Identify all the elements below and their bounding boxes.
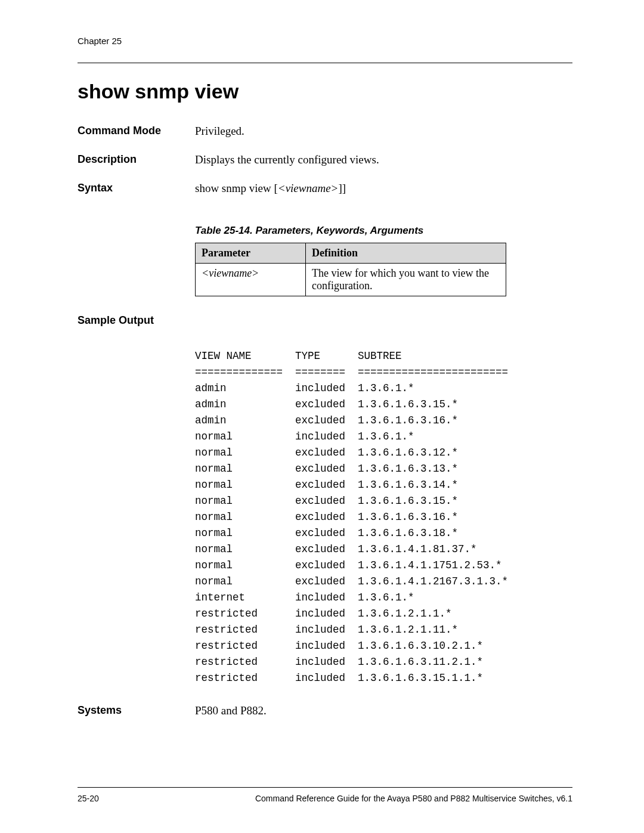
value-command-mode: Privileged.	[195, 125, 572, 138]
footer-rule	[78, 787, 572, 788]
value-description: Displays the currently configured views.	[195, 153, 572, 166]
cell-definition: The view for which you want to view the …	[306, 264, 506, 296]
label-description: Description	[78, 153, 195, 166]
label-systems: Systems	[78, 704, 195, 717]
page-footer: 25-20 Command Reference Guide for the Av…	[78, 787, 572, 803]
sample-output-block: VIEW NAME TYPE SUBTREE ============== ==…	[195, 348, 572, 686]
parameters-table: Parameter Definition <viewname> The view…	[195, 243, 506, 296]
row-syntax: Syntax show snmp view [<viewname>]]	[78, 182, 572, 195]
syntax-prefix: show snmp view [	[195, 182, 278, 194]
chapter-label: Chapter 25	[78, 36, 572, 46]
table-caption: Table 25-14. Parameters, Keywords, Argum…	[195, 225, 572, 237]
syntax-suffix: ]]	[338, 182, 346, 194]
footer-doc-title: Command Reference Guide for the Avaya P5…	[255, 794, 572, 803]
label-syntax: Syntax	[78, 182, 195, 194]
row-command-mode: Command Mode Privileged.	[78, 125, 572, 138]
label-command-mode: Command Mode	[78, 125, 195, 137]
command-title: show snmp view	[78, 80, 572, 103]
syntax-arg: <viewname>	[278, 182, 339, 194]
footer-page-number: 25-20	[78, 794, 99, 803]
value-systems: P580 and P882.	[195, 704, 572, 717]
value-syntax: show snmp view [<viewname>]]	[195, 182, 572, 195]
table-header-row: Parameter Definition	[196, 243, 506, 264]
label-sample-output: Sample Output	[78, 314, 572, 327]
row-systems: Systems P580 and P882.	[78, 704, 572, 717]
table-row: <viewname> The view for which you want t…	[196, 264, 506, 296]
top-rule	[78, 63, 572, 63]
col-definition: Definition	[306, 243, 506, 264]
row-description: Description Displays the currently confi…	[78, 153, 572, 166]
col-parameter: Parameter	[196, 243, 306, 264]
cell-parameter: <viewname>	[196, 264, 306, 296]
